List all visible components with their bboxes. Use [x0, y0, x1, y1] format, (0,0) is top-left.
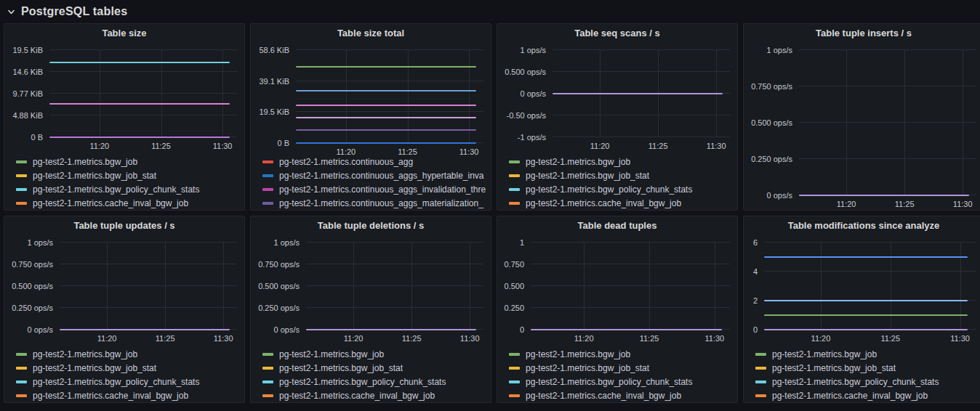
legend-swatch-icon	[262, 394, 273, 397]
panel-title[interactable]: Table tuple updates / s	[4, 216, 244, 235]
y-tick-label: 0	[753, 325, 758, 334]
plot-area[interactable]	[799, 50, 976, 195]
v-gridline	[715, 243, 715, 330]
legend-swatch-icon	[16, 353, 27, 356]
legend-item[interactable]: pg-test2-1.metrics.bgw_policy_chunk_stat…	[262, 375, 486, 388]
legend-label: pg-test2-1.metrics.bgw_job_stat	[33, 171, 156, 181]
legend-swatch-icon	[755, 381, 766, 383]
x-tick-label: 11:20	[90, 142, 110, 150]
y-tick-label: 0.750	[504, 260, 524, 269]
panel-table-size-total: Table size total 58.6 KiB39.1 KiB19.5 Ki…	[250, 23, 491, 211]
legend-swatch-icon	[509, 353, 520, 356]
legend-item[interactable]: pg-test2-1.metrics.cache_inval_bgw_job	[16, 388, 240, 402]
legend-item[interactable]: pg-test2-1.metrics.bgw_job_stat	[509, 168, 733, 182]
chart: 1 ops/s0.750 ops/s0.500 ops/s0.250 ops/s…	[4, 235, 244, 344]
legend-item[interactable]: pg-test2-1.metrics.bgw_job_stat	[16, 168, 240, 182]
legend-swatch-icon	[509, 188, 520, 191]
h-gridline	[553, 115, 730, 115]
legend-swatch-icon	[509, 394, 520, 397]
series-line	[296, 105, 476, 106]
legend-item[interactable]: pg-test2-1.metrics.bgw_job_stat	[509, 361, 733, 375]
legend-swatch-icon	[262, 174, 273, 177]
y-tick-label: 6	[753, 238, 758, 247]
series-line	[49, 62, 230, 63]
legend-item[interactable]: pg-test2-1.metrics.bgw_job	[755, 347, 979, 361]
legend-item[interactable]: pg-test2-1.metrics.cache_inval_bgw_job	[262, 388, 486, 402]
legend-swatch-icon	[262, 353, 273, 356]
x-tick-label: 11:25	[880, 334, 900, 343]
h-gridline	[306, 242, 483, 243]
legend-item[interactable]: pg-test2-1.metrics.bgw_policy_chunk_stat…	[509, 375, 733, 388]
legend-label: pg-test2-1.metrics.cache_inval_bgw_job	[526, 198, 681, 208]
legend-item[interactable]: pg-test2-1.metrics.cache_inval_bgw_job	[755, 388, 979, 402]
legend-item[interactable]: pg-test2-1.metrics.bgw_policy_chunk_stat…	[16, 375, 240, 388]
legend-item[interactable]: pg-test2-1.metrics.bgw_job_stat	[755, 361, 979, 375]
legend-label: pg-test2-1.metrics.bgw_job_stat	[772, 363, 896, 373]
chart: 58.6 KiB39.1 KiB19.5 KiB0 B11:2011:2511:…	[251, 43, 491, 158]
legend-item[interactable]: pg-test2-1.metrics.cache_inval_bgw_job	[509, 388, 733, 402]
legend-label: pg-test2-1.metrics.cache_inval_bgw_job	[279, 391, 435, 401]
y-tick-label: 1 ops/s	[767, 46, 792, 54]
legend-item[interactable]: pg-test2-1.metrics.bgw_job	[509, 347, 733, 361]
panel-title[interactable]: Table tuple inserts / s	[744, 24, 980, 43]
h-gridline	[60, 285, 237, 286]
legend-item[interactable]: pg-test2-1.metrics.bgw_policy_chunk_stat…	[16, 182, 240, 196]
y-tick-label: 0.500	[504, 282, 524, 290]
x-tick-label: 11:20	[574, 334, 594, 343]
legend-item[interactable]: pg-test2-1.metrics.bgw_job	[16, 155, 240, 168]
plot-area[interactable]	[60, 243, 237, 330]
legend-swatch-icon	[509, 174, 520, 177]
panel-title[interactable]: Table dead tuples	[497, 216, 737, 235]
legend-swatch-icon	[16, 202, 27, 205]
h-gridline	[553, 49, 730, 50]
y-tick-label: 1 ops/s	[521, 46, 546, 54]
y-axis: 1 ops/s0.500 ops/s0 ops/s-0.50 ops/s-1 o…	[497, 50, 553, 137]
legend-item[interactable]: pg-test2-1.metrics.bgw_policy_chunk_stat…	[755, 375, 979, 388]
legend-label: pg-test2-1.metrics.bgw_job	[772, 349, 877, 359]
legend-item[interactable]: pg-test2-1.metrics.bgw_job	[16, 347, 240, 361]
y-axis: 1 ops/s0.750 ops/s0.500 ops/s0.250 ops/s…	[744, 50, 799, 195]
plot-area[interactable]	[764, 243, 976, 330]
plot-area[interactable]	[531, 243, 730, 330]
legend-swatch-icon	[16, 174, 27, 177]
plot-area[interactable]	[306, 243, 483, 330]
y-tick-label: 0 ops/s	[28, 325, 53, 334]
panel-title[interactable]: Table size total	[251, 24, 491, 43]
h-gridline	[296, 81, 483, 81]
plot-area[interactable]	[553, 50, 730, 137]
legend-item[interactable]: pg-test2-1.metrics.bgw_job	[262, 347, 486, 361]
h-gridline	[60, 264, 237, 264]
plot-area[interactable]	[296, 50, 483, 143]
y-tick-label: 58.6 KiB	[259, 46, 289, 54]
legend-item[interactable]: pg-test2-1.metrics.bgw_job	[509, 155, 733, 168]
panel-title[interactable]: Table seq scans / s	[497, 24, 737, 43]
panel-table-size: Table size 19.5 KiB14.6 KiB9.77 KiB4.88 …	[4, 23, 245, 211]
y-tick-label: 0 B	[277, 139, 289, 147]
legend-item[interactable]: pg-test2-1.metrics.continuous_aggs_mater…	[262, 196, 486, 210]
legend-item[interactable]: pg-test2-1.metrics.continuous_aggs_hyper…	[262, 168, 486, 182]
row-title: PostgreSQL tables	[21, 5, 127, 18]
panel-table-tuple-deletions: Table tuple deletions / s 1 ops/s0.750 o…	[250, 216, 491, 403]
legend-item[interactable]: pg-test2-1.metrics.bgw_job_stat	[262, 361, 486, 375]
legend-item[interactable]: pg-test2-1.metrics.bgw_job_stat	[16, 361, 240, 375]
h-gridline	[531, 307, 730, 308]
x-tick-label: 11:30	[950, 334, 970, 343]
panel-table-tuple-inserts: Table tuple inserts / s 1 ops/s0.750 ops…	[743, 23, 980, 211]
panel-title[interactable]: Table size	[4, 24, 244, 43]
legend-swatch-icon	[16, 367, 27, 370]
h-gridline	[49, 71, 237, 72]
panel-title[interactable]: Table tuple deletions / s	[251, 216, 491, 235]
h-gridline	[306, 307, 483, 308]
legend-swatch-icon	[262, 160, 273, 163]
h-gridline	[306, 285, 483, 286]
legend-item[interactable]: pg-test2-1.metrics.bgw_policy_chunk_stat…	[509, 182, 733, 196]
legend-item[interactable]: pg-test2-1.metrics.cache_inval_bgw_job	[509, 196, 733, 210]
legend-item[interactable]: pg-test2-1.metrics.continuous_aggs_inval…	[262, 182, 486, 196]
legend: pg-test2-1.metrics.bgw_jobpg-test2-1.met…	[4, 344, 244, 402]
legend-item[interactable]: pg-test2-1.metrics.cache_inval_bgw_job	[16, 196, 240, 210]
panel-title[interactable]: Table modifications since analyze	[744, 216, 980, 235]
y-tick-label: -1 ops/s	[518, 133, 546, 142]
v-gridline	[107, 243, 108, 330]
plot-area[interactable]	[49, 50, 237, 137]
dashboard-row-header[interactable]: PostgreSQL tables	[0, 0, 980, 23]
